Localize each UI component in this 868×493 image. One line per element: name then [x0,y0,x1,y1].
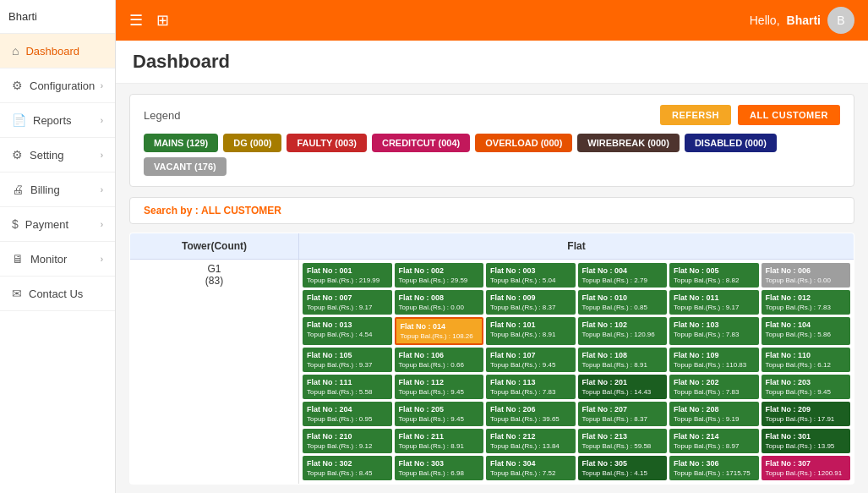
search-bar: Search by : ALL CUSTOMER [129,197,854,224]
home-icon: ⌂ [12,44,19,58]
flat-card-013[interactable]: Flat No : 013Topup Bal.(Rs.) : 4.54 [303,317,392,345]
legend-tag-faulty[interactable]: FAULTY (003) [287,134,367,152]
flat-card-109[interactable]: Flat No : 109Topup Bal.(Rs.) : 110.83 [669,348,759,372]
flat-card-303[interactable]: Flat No : 303Topup Bal.(Rs.) : 6.98 [395,456,484,480]
flat-col-header: Flat [299,233,854,260]
sidebar-item-dashboard[interactable]: ⌂ Dashboard [0,34,115,68]
monitor-icon: 🖥 [12,252,24,266]
flat-card-214[interactable]: Flat No : 214Topup Bal.(Rs.) : 8.97 [669,429,759,453]
flat-card-207[interactable]: Flat No : 207Topup Bal.(Rs.) : 8.37 [578,402,668,426]
grid-icon[interactable]: ⊞ [156,11,169,30]
sidebar-item-contact-us[interactable]: ✉ Contact Us [0,277,115,311]
flat-card-304[interactable]: Flat No : 304Topup Bal.(Rs.) : 7.52 [486,456,576,480]
sidebar-item-monitor[interactable]: 🖥 Monitor › [0,242,115,277]
reports-icon: 📄 [12,113,26,127]
legend-tag-overload[interactable]: OVERLOAD (000) [475,134,572,152]
sidebar-item-label: Dashboard [25,45,79,58]
flat-card-001[interactable]: Flat No : 001Topup Bal.(Rs.) : 219.99 [303,263,392,288]
legend-box: Legend REFERSH ALL CUSTOMER MAINS (129)D… [129,94,854,187]
flat-card-110[interactable]: Flat No : 110Topup Bal.(Rs.) : 6.12 [762,348,851,372]
flat-card-105[interactable]: Flat No : 105Topup Bal.(Rs.) : 9.37 [303,348,392,372]
chevron-icon: › [101,185,103,194]
flat-card-009[interactable]: Flat No : 009Topup Bal.(Rs.) : 8.37 [486,290,576,315]
flat-card-106[interactable]: Flat No : 106Topup Bal.(Rs.) : 0.66 [395,348,484,372]
legend-tag-wirebreak[interactable]: WIREBREAK (000) [577,134,680,152]
sidebar: Bharti ⌂ Dashboard ⚙ Configuration › 📄 R… [0,0,116,493]
sidebar-item-configuration[interactable]: ⚙ Configuration › [0,68,115,103]
all-customer-button[interactable]: ALL CUSTOMER [738,105,840,125]
flat-card-007[interactable]: Flat No : 007Topup Bal.(Rs.) : 9.17 [303,290,392,315]
flat-card-101[interactable]: Flat No : 101Topup Bal.(Rs.) : 8.91 [486,317,576,345]
flat-card-004[interactable]: Flat No : 004Topup Bal.(Rs.) : 2.79 [578,263,668,288]
legend-tag-vacant[interactable]: VACANT (176) [144,157,227,176]
content-area: Legend REFERSH ALL CUSTOMER MAINS (129)D… [116,84,868,493]
sidebar-item-label: Setting [30,149,63,162]
flat-card-305[interactable]: Flat No : 305Topup Bal.(Rs.) : 4.15 [578,456,668,480]
flat-card-302[interactable]: Flat No : 302Topup Bal.(Rs.) : 8.45 [303,456,392,480]
flat-card-002[interactable]: Flat No : 002Topup Bal.(Rs.) : 29.59 [395,263,484,288]
greeting-text: Hello, [750,14,780,27]
legend-tag-creditcut[interactable]: CREDITCUT (004) [372,134,470,152]
avatar: B [827,7,854,34]
billing-icon: 🖨 [12,183,24,196]
flat-card-011[interactable]: Flat No : 011Topup Bal.(Rs.) : 9.17 [669,290,759,315]
legend-tag-disabled[interactable]: DISABLED (000) [685,134,777,152]
flat-card-208[interactable]: Flat No : 208Topup Bal.(Rs.) : 9.19 [669,402,759,426]
flat-card-211[interactable]: Flat No : 211Topup Bal.(Rs.) : 8.91 [395,429,484,453]
flat-card-202[interactable]: Flat No : 202Topup Bal.(Rs.) : 7.83 [669,375,759,399]
sidebar-item-label: Reports [33,114,72,127]
flat-card-107[interactable]: Flat No : 107Topup Bal.(Rs.) : 9.45 [486,348,576,372]
flat-card-203[interactable]: Flat No : 203Topup Bal.(Rs.) : 9.45 [762,375,851,399]
data-table: Tower(Count) Flat G1 (83) Flat No : 001T… [129,233,854,485]
sidebar-item-billing[interactable]: 🖨 Billing › [0,173,115,207]
tower-col-header: Tower(Count) [130,233,299,260]
sidebar-item-label: Configuration [30,79,95,92]
flat-card-112[interactable]: Flat No : 112Topup Bal.(Rs.) : 9.45 [395,375,484,399]
sidebar-item-payment[interactable]: $ Payment › [0,207,115,242]
flat-card-005[interactable]: Flat No : 005Topup Bal.(Rs.) : 8.82 [669,263,759,288]
legend-buttons: REFERSH ALL CUSTOMER [660,105,840,125]
sidebar-item-label: Contact Us [29,288,83,300]
legend-tag-mains[interactable]: MAINS (129) [144,134,218,152]
flat-card-205[interactable]: Flat No : 205Topup Bal.(Rs.) : 9.45 [395,402,484,426]
flat-card-008[interactable]: Flat No : 008Topup Bal.(Rs.) : 0.00 [395,290,484,315]
username-text: Bharti [787,14,821,27]
flat-card-213[interactable]: Flat No : 213Topup Bal.(Rs.) : 59.58 [578,429,668,453]
flat-card-103[interactable]: Flat No : 103Topup Bal.(Rs.) : 7.83 [669,317,759,345]
flat-card-201[interactable]: Flat No : 201Topup Bal.(Rs.) : 14.43 [578,375,668,399]
tower-cell: G1 (83) [130,260,299,485]
chevron-icon: › [101,255,103,264]
sidebar-item-reports[interactable]: 📄 Reports › [0,103,115,138]
flat-card-104[interactable]: Flat No : 104Topup Bal.(Rs.) : 5.86 [762,317,851,345]
legend-label: Legend [144,109,180,122]
flat-card-012[interactable]: Flat No : 012Topup Bal.(Rs.) : 7.83 [762,290,851,315]
flat-card-307[interactable]: Flat No : 307Topup Bal.(Rs.) : 1200.91 [762,456,851,480]
chevron-icon: › [101,81,103,90]
setting-icon: ⚙ [12,148,23,162]
flat-card-301[interactable]: Flat No : 301Topup Bal.(Rs.) : 13.95 [762,429,851,453]
flat-card-111[interactable]: Flat No : 111Topup Bal.(Rs.) : 5.58 [303,375,392,399]
flat-card-204[interactable]: Flat No : 204Topup Bal.(Rs.) : 0.95 [303,402,392,426]
refresh-button[interactable]: REFERSH [660,105,731,125]
flat-card-003[interactable]: Flat No : 003Topup Bal.(Rs.) : 5.04 [486,263,576,288]
sidebar-item-label: Payment [25,218,68,231]
flat-card-113[interactable]: Flat No : 113Topup Bal.(Rs.) : 7.83 [486,375,576,399]
flat-card-102[interactable]: Flat No : 102Topup Bal.(Rs.) : 120.96 [578,317,668,345]
flat-card-210[interactable]: Flat No : 210Topup Bal.(Rs.) : 9.12 [303,429,392,453]
flat-card-010[interactable]: Flat No : 010Topup Bal.(Rs.) : 0.85 [578,290,668,315]
flat-card-306[interactable]: Flat No : 306Topup Bal.(Rs.) : 1715.75 [669,456,759,480]
table-row: G1 (83) Flat No : 001Topup Bal.(Rs.) : 2… [130,260,854,485]
flat-card-108[interactable]: Flat No : 108Topup Bal.(Rs.) : 8.91 [578,348,668,372]
sidebar-user: Bharti [0,0,115,34]
sidebar-item-setting[interactable]: ⚙ Setting › [0,138,115,173]
flat-card-014[interactable]: Flat No : 014Topup Bal.(Rs.) : 108.26 [395,317,484,345]
payment-icon: $ [12,217,19,231]
flat-card-206[interactable]: Flat No : 206Topup Bal.(Rs.) : 39.65 [486,402,576,426]
flat-card-006[interactable]: Flat No : 006Topup Bal.(Rs.) : 0.00 [762,263,851,288]
flat-card-212[interactable]: Flat No : 212Topup Bal.(Rs.) : 13.84 [486,429,576,453]
legend-tag-dg[interactable]: DG (000) [223,134,281,152]
flat-card-209[interactable]: Flat No : 209Topup Bal.(Rs.) : 17.91 [762,402,851,426]
main-content: ☰ ⊞ Hello, Bharti B Dashboard Legend REF… [116,0,868,493]
chevron-icon: › [101,151,103,160]
menu-icon[interactable]: ☰ [129,11,143,30]
